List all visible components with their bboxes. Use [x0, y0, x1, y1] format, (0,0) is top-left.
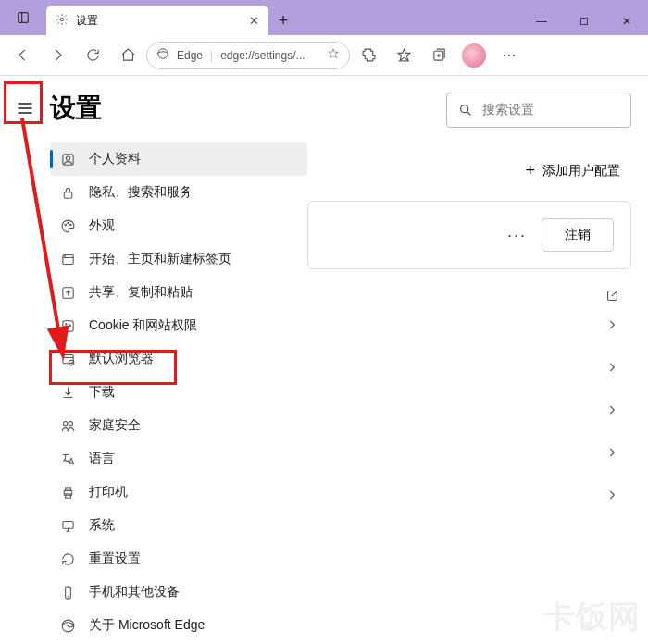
svg-point-16: [67, 222, 68, 223]
maximize-button[interactable]: [563, 7, 605, 35]
settings-main: 搜索设置 + 添加用户配置 ··· 注销: [307, 76, 648, 644]
chevron-right-icon: [605, 318, 618, 331]
forward-button[interactable]: [41, 39, 74, 72]
hamburger-menu-button[interactable]: [9, 93, 41, 124]
tab-title: 设置: [76, 13, 98, 29]
svg-point-40: [461, 105, 468, 113]
system-icon: [59, 517, 76, 534]
back-button[interactable]: [6, 39, 39, 72]
nav-label: 重置设置: [89, 551, 141, 567]
window-controls: — ✕: [520, 7, 648, 35]
search-icon: [458, 103, 473, 118]
chevron-right-icon: [605, 403, 618, 416]
address-bar[interactable]: Edge | edge://settings/...: [146, 42, 350, 69]
logout-button[interactable]: 注销: [542, 218, 614, 252]
nav-item-system[interactable]: 系统: [50, 509, 307, 542]
nav-label: 手机和其他设备: [89, 584, 180, 601]
url-text: edge://settings/...: [220, 49, 305, 62]
menu-button[interactable]: ···: [492, 39, 526, 72]
svg-rect-32: [65, 487, 70, 490]
tab-actions-button[interactable]: [0, 0, 46, 35]
chevron-right-icon: [605, 489, 618, 502]
edge-icon: [59, 617, 76, 634]
svg-point-17: [69, 224, 70, 225]
search-placeholder: 搜索设置: [482, 102, 534, 118]
gear-icon: [56, 13, 69, 29]
page-title: 设置: [50, 91, 102, 126]
close-window-button[interactable]: ✕: [605, 7, 648, 35]
add-user-profile-button[interactable]: + 添加用户配置: [307, 161, 620, 180]
chevron-right-icon: [605, 446, 618, 459]
minimize-button[interactable]: —: [520, 7, 563, 35]
nav-label: Cookie 和网站权限: [89, 317, 197, 334]
svg-rect-14: [64, 192, 72, 197]
nav-label: 打印机: [89, 484, 128, 501]
language-icon: [59, 451, 76, 467]
nav-item-reset[interactable]: 重置设置: [50, 542, 307, 576]
external-link-button[interactable]: [307, 288, 620, 303]
profile-icon: [59, 151, 76, 167]
nav-item-profile[interactable]: 个人资料: [50, 142, 307, 176]
download-icon: [59, 384, 76, 401]
reset-icon: [59, 551, 76, 567]
nav-item-about[interactable]: 关于 Microsoft Edge: [50, 609, 307, 642]
settings-row[interactable]: [307, 303, 631, 346]
nav-label: 语言: [89, 451, 115, 467]
extensions-button[interactable]: [352, 39, 385, 72]
favorite-star-icon[interactable]: [327, 47, 340, 63]
nav-label: 共享、复制和粘贴: [89, 284, 193, 301]
nav-item-privacy[interactable]: 隐私、搜索和服务: [50, 176, 307, 209]
nav-item-phone[interactable]: 手机和其他设备: [50, 576, 307, 609]
chevron-right-icon: [605, 361, 618, 374]
nav-label: 系统: [89, 517, 115, 534]
cookie-icon: [59, 317, 76, 334]
settings-row[interactable]: [307, 474, 631, 516]
svg-rect-22: [62, 320, 72, 330]
browser-check-icon: [59, 351, 76, 367]
favorites-button[interactable]: [387, 39, 420, 72]
palette-icon: [59, 217, 76, 234]
settings-row[interactable]: [307, 431, 631, 474]
settings-nav: 个人资料 隐私、搜索和服务 外观 开始、主页和新建标签页 共享、复制和粘贴 Co…: [0, 142, 307, 642]
plus-icon: +: [525, 161, 535, 180]
tab-close-icon[interactable]: ✕: [249, 14, 259, 28]
new-tab-button[interactable]: +: [268, 6, 298, 35]
phone-icon: [59, 584, 76, 601]
browser-tab[interactable]: 设置 ✕: [46, 6, 268, 35]
profile-card: ··· 注销: [307, 201, 631, 269]
watermark: 卡饭网: [543, 596, 641, 638]
settings-row[interactable]: [307, 346, 631, 389]
svg-point-2: [60, 18, 64, 21]
window-titlebar: 设置 ✕ + — ✕: [0, 0, 648, 35]
svg-point-15: [64, 224, 65, 225]
nav-item-share[interactable]: 共享、复制和粘贴: [50, 276, 307, 309]
more-options-button[interactable]: ···: [507, 226, 527, 245]
edge-label: Edge: [177, 49, 203, 62]
nav-label: 下载: [89, 384, 115, 401]
svg-rect-33: [65, 493, 70, 497]
svg-line-41: [467, 112, 470, 115]
divider: |: [210, 49, 213, 62]
svg-point-4: [158, 49, 168, 59]
nav-item-downloads[interactable]: 下载: [50, 376, 307, 409]
add-user-label: 添加用户配置: [542, 163, 620, 180]
profile-avatar[interactable]: [457, 39, 491, 72]
nav-item-start[interactable]: 开始、主页和新建标签页: [50, 242, 307, 276]
nav-item-family[interactable]: 家庭安全: [50, 409, 307, 442]
nav-item-printers[interactable]: 打印机: [50, 476, 307, 509]
settings-content: 设置 个人资料 隐私、搜索和服务 外观 开始、主页和新建标签页 共享、复制和粘贴: [0, 76, 648, 644]
svg-point-24: [69, 325, 69, 326]
nav-item-cookies[interactable]: Cookie 和网站权限: [50, 309, 307, 342]
collections-button[interactable]: [422, 39, 455, 72]
nav-label: 外观: [89, 217, 115, 234]
refresh-button[interactable]: [76, 39, 109, 72]
nav-label: 隐私、搜索和服务: [89, 184, 193, 201]
nav-label: 默认浏览器: [89, 351, 154, 367]
search-settings-input[interactable]: 搜索设置: [446, 93, 631, 128]
nav-item-default-browser[interactable]: 默认浏览器: [50, 342, 307, 376]
nav-label: 关于 Microsoft Edge: [89, 617, 205, 634]
home-button[interactable]: [111, 39, 144, 72]
settings-row[interactable]: [307, 389, 631, 431]
nav-item-appearance[interactable]: 外观: [50, 209, 307, 242]
nav-item-languages[interactable]: 语言: [50, 442, 307, 476]
